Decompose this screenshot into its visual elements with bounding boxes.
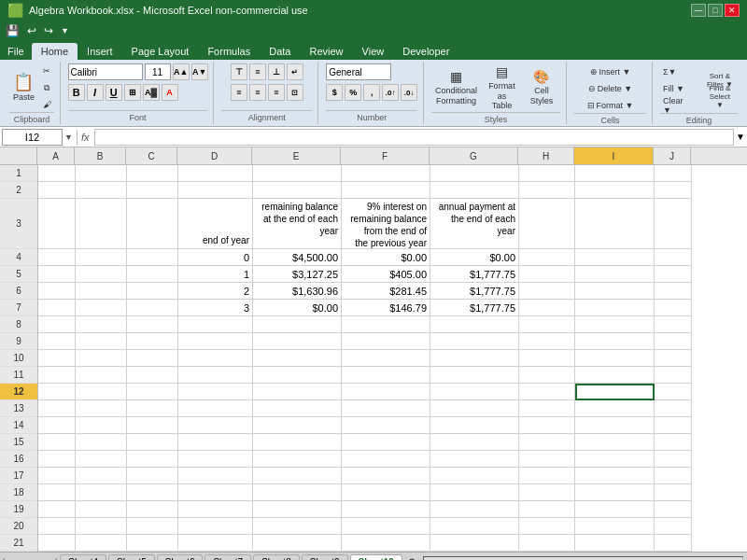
merge-center-button[interactable]: ⊡ [287,84,303,101]
italic-button[interactable]: I [87,84,104,101]
cell-B16[interactable] [76,451,127,468]
cell-A7[interactable] [38,300,76,316]
cell-D12[interactable] [178,384,253,400]
cell-C7[interactable] [127,300,178,316]
cell-B15[interactable] [76,434,127,451]
cell-F9[interactable] [342,333,430,350]
font-name-input[interactable] [68,63,143,80]
cell-H16[interactable] [519,451,575,468]
percent-button[interactable]: % [345,84,361,101]
cell-D18[interactable] [178,484,253,501]
cell-F15[interactable] [342,434,430,451]
cell-G3[interactable]: annual payment atthe end of eachyear [430,199,519,249]
cell-J7[interactable] [655,300,692,316]
cell-F18[interactable] [342,484,430,501]
cell-J11[interactable] [655,367,692,384]
cell-I13[interactable] [575,400,655,417]
cell-D11[interactable] [178,367,253,384]
autosum-button[interactable]: Σ▼ [660,63,679,79]
col-header-A[interactable]: A [37,147,75,164]
close-button[interactable]: ✕ [725,4,740,17]
cell-A20[interactable] [38,518,76,535]
cell-J6[interactable] [655,283,692,300]
cell-J10[interactable] [655,350,692,367]
cell-J4[interactable] [655,249,692,266]
cell-D20[interactable] [178,518,253,535]
cell-B21[interactable] [76,535,127,552]
cell-H8[interactable] [519,316,575,333]
cell-C17[interactable] [127,468,178,484]
row-num-7[interactable]: 7 [0,300,37,316]
center-align-button[interactable]: ≡ [249,84,266,101]
cell-D1[interactable] [178,165,253,182]
cell-I18[interactable] [575,484,655,501]
row-num-6[interactable]: 6 [0,283,37,300]
cell-D9[interactable] [178,333,253,350]
cell-G9[interactable] [430,333,519,350]
delete-button[interactable]: ⊖ Delete ▼ [585,80,637,96]
cell-E7[interactable]: $0.00 [253,300,342,316]
cell-D13[interactable] [178,400,253,417]
cell-G1[interactable] [430,165,519,182]
cell-B20[interactable] [76,518,127,535]
currency-button[interactable]: $ [326,84,343,101]
row-num-12[interactable]: 12 [0,384,37,400]
cell-C12[interactable] [127,384,178,400]
cell-J19[interactable] [655,501,692,518]
fill-button[interactable]: Fill ▼ [660,80,687,96]
increase-font-button[interactable]: A▲ [173,63,190,80]
cell-E16[interactable] [253,451,342,468]
cell-G20[interactable] [430,518,519,535]
decrease-font-button[interactable]: A▼ [191,63,208,80]
cell-G8[interactable] [430,316,519,333]
cell-F6[interactable]: $281.45 [342,283,430,300]
save-qat-button[interactable]: 💾 [4,24,21,37]
cell-J9[interactable] [655,333,692,350]
cell-A21[interactable] [38,535,76,552]
cell-B18[interactable] [76,484,127,501]
cell-D4[interactable]: 0 [178,249,253,266]
cell-D14[interactable] [178,417,253,434]
formula-resize-icon[interactable]: ▼ [736,132,745,142]
cell-A19[interactable] [38,501,76,518]
cell-H20[interactable] [519,518,575,535]
cell-D8[interactable] [178,316,253,333]
col-header-C[interactable]: C [126,147,177,164]
cell-D10[interactable] [178,350,253,367]
cell-D2[interactable] [178,182,253,199]
border-button[interactable]: ⊞ [124,84,141,101]
cell-A16[interactable] [38,451,76,468]
cell-H5[interactable] [519,266,575,283]
row-num-10[interactable]: 10 [0,350,37,367]
cell-A10[interactable] [38,350,76,367]
format-button[interactable]: ⊟ Format ▼ [585,97,637,113]
cell-C19[interactable] [127,501,178,518]
comma-button[interactable]: , [363,84,380,101]
cell-I21[interactable] [575,535,655,552]
undo-qat-button[interactable]: ↩ [25,24,38,37]
bottom-align-button[interactable]: ⊥ [268,63,285,80]
insert-sheet-button[interactable]: ⊕ [404,556,419,560]
cell-A18[interactable] [38,484,76,501]
minimize-button[interactable]: — [691,4,706,17]
cell-H15[interactable] [519,434,575,451]
cell-I7[interactable] [575,300,655,316]
middle-align-button[interactable]: ≡ [249,63,266,80]
cell-B10[interactable] [76,350,127,367]
underline-button[interactable]: U [106,84,122,101]
cell-J18[interactable] [655,484,692,501]
cell-E14[interactable] [253,417,342,434]
horizontal-scrollbar[interactable] [423,556,743,561]
cell-F14[interactable] [342,417,430,434]
cell-I16[interactable] [575,451,655,468]
row-num-11[interactable]: 11 [0,367,37,384]
cell-C5[interactable] [127,266,178,283]
cell-C11[interactable] [127,367,178,384]
col-header-F[interactable]: F [341,147,430,164]
decrease-decimal-button[interactable]: .0↓ [401,84,417,101]
sheet-next-button[interactable]: ► [30,557,44,561]
cell-A11[interactable] [38,367,76,384]
cell-E11[interactable] [253,367,342,384]
cell-B14[interactable] [76,417,127,434]
row-num-13[interactable]: 13 [0,400,37,417]
